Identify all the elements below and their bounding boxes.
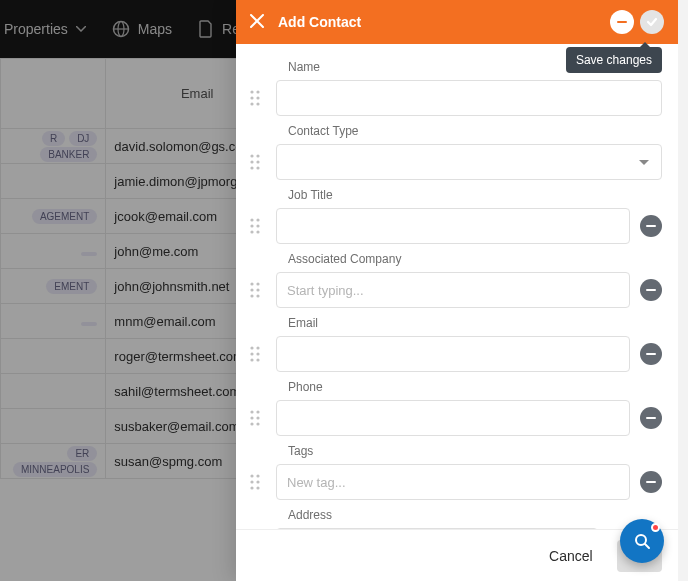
svg-point-37	[250, 410, 253, 413]
add-contact-panel: Add Contact Save changes Name Contact Ty…	[236, 0, 678, 581]
svg-point-42	[256, 422, 259, 425]
job-title-label: Job Title	[288, 188, 662, 202]
drag-icon	[250, 282, 260, 298]
svg-line-59	[645, 544, 649, 548]
svg-point-30	[250, 346, 253, 349]
drag-handle[interactable]	[244, 218, 266, 234]
svg-point-7	[256, 96, 259, 99]
minus-icon	[646, 349, 656, 359]
svg-point-6	[250, 96, 253, 99]
svg-point-15	[256, 166, 259, 169]
svg-point-27	[250, 294, 253, 297]
svg-point-28	[256, 294, 259, 297]
drag-icon	[250, 218, 260, 234]
svg-point-31	[256, 346, 259, 349]
svg-point-20	[250, 230, 253, 233]
tags-label: Tags	[288, 444, 662, 458]
help-fab[interactable]	[620, 519, 664, 563]
svg-point-26	[256, 288, 259, 291]
drag-handle[interactable]	[244, 346, 266, 362]
svg-point-44	[250, 474, 253, 477]
svg-point-34	[250, 358, 253, 361]
remove-email-button[interactable]	[640, 343, 662, 365]
check-icon	[645, 15, 659, 29]
svg-point-9	[256, 102, 259, 105]
svg-point-17	[256, 218, 259, 221]
svg-point-47	[256, 480, 259, 483]
minimize-button[interactable]	[610, 10, 634, 34]
svg-point-13	[256, 160, 259, 163]
email-field[interactable]	[276, 336, 630, 372]
minus-icon	[646, 221, 656, 231]
svg-point-16	[250, 218, 253, 221]
svg-point-8	[250, 102, 253, 105]
svg-point-25	[250, 288, 253, 291]
minus-icon	[646, 285, 656, 295]
drag-icon	[250, 154, 260, 170]
svg-point-4	[250, 90, 253, 93]
remove-associated-company-button[interactable]	[640, 279, 662, 301]
confirm-button[interactable]	[640, 10, 664, 34]
svg-point-49	[256, 486, 259, 489]
svg-point-38	[256, 410, 259, 413]
drag-icon	[250, 90, 260, 106]
minus-icon	[646, 477, 656, 487]
cancel-button[interactable]: Cancel	[543, 547, 599, 565]
svg-point-41	[250, 422, 253, 425]
chat-search-icon	[631, 530, 653, 552]
svg-point-21	[256, 230, 259, 233]
tags-field[interactable]	[276, 464, 630, 500]
phone-field[interactable]	[276, 400, 630, 436]
svg-point-5	[256, 90, 259, 93]
minus-icon	[646, 413, 656, 423]
svg-point-19	[256, 224, 259, 227]
close-button[interactable]	[250, 14, 264, 31]
drag-icon	[250, 346, 260, 362]
svg-point-46	[250, 480, 253, 483]
panel-body: Name Contact Type Job Title Associated C…	[236, 44, 678, 529]
email-label: Email	[288, 316, 662, 330]
drag-handle[interactable]	[244, 90, 266, 106]
panel-footer: Cancel S	[236, 529, 678, 581]
svg-point-10	[250, 154, 253, 157]
panel-header: Add Contact	[236, 0, 678, 44]
job-title-field[interactable]	[276, 208, 630, 244]
panel-title: Add Contact	[278, 14, 361, 30]
close-icon	[250, 14, 264, 28]
contact-type-label: Contact Type	[288, 124, 662, 138]
remove-tags-button[interactable]	[640, 471, 662, 493]
svg-point-39	[250, 416, 253, 419]
svg-point-48	[250, 486, 253, 489]
drag-icon	[250, 410, 260, 426]
drag-icon	[250, 474, 260, 490]
save-changes-tooltip: Save changes	[566, 47, 662, 73]
remove-phone-button[interactable]	[640, 407, 662, 429]
svg-point-35	[256, 358, 259, 361]
svg-point-33	[256, 352, 259, 355]
remove-job-title-button[interactable]	[640, 215, 662, 237]
phone-label: Phone	[288, 380, 662, 394]
associated-company-label: Associated Company	[288, 252, 662, 266]
svg-point-45	[256, 474, 259, 477]
notification-dot-icon	[651, 523, 660, 532]
svg-point-14	[250, 166, 253, 169]
svg-point-32	[250, 352, 253, 355]
vertical-scrollbar[interactable]	[678, 0, 688, 581]
svg-point-23	[250, 282, 253, 285]
name-field[interactable]	[276, 80, 662, 116]
svg-point-40	[256, 416, 259, 419]
drag-handle[interactable]	[244, 154, 266, 170]
associated-company-field[interactable]	[276, 272, 630, 308]
svg-point-24	[256, 282, 259, 285]
svg-point-18	[250, 224, 253, 227]
svg-point-12	[250, 160, 253, 163]
drag-handle[interactable]	[244, 410, 266, 426]
svg-point-11	[256, 154, 259, 157]
minus-icon	[616, 16, 628, 28]
drag-handle[interactable]	[244, 282, 266, 298]
address-label: Address	[288, 508, 662, 522]
contact-type-select[interactable]	[276, 144, 662, 180]
drag-handle[interactable]	[244, 474, 266, 490]
